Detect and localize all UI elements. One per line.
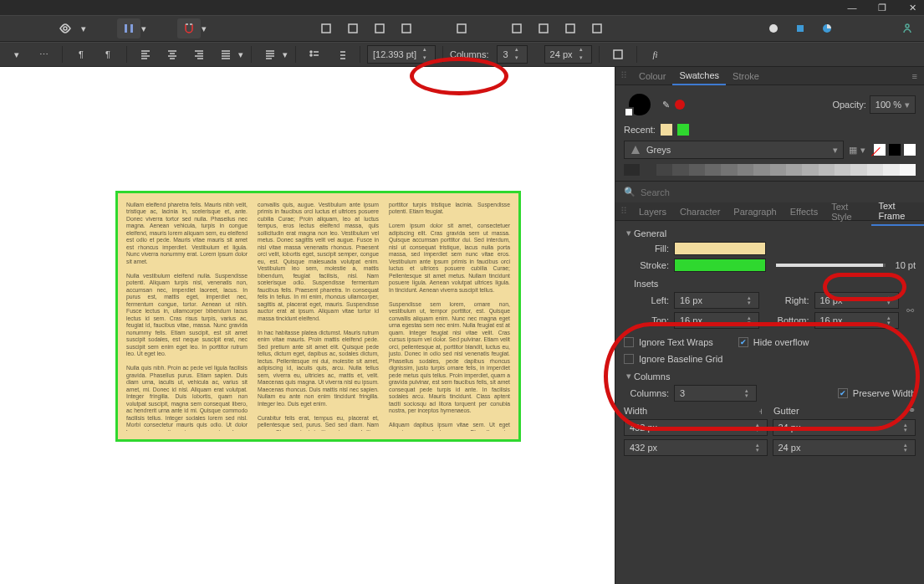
stepper-up[interactable]: ▴ — [420, 46, 430, 54]
bullet-list[interactable] — [303, 44, 326, 64]
persona-publisher[interactable] — [762, 18, 785, 38]
persona-designer[interactable] — [815, 18, 839, 38]
arrange-op-4[interactable] — [585, 18, 609, 38]
tab-stroke[interactable]: Stroke — [726, 68, 766, 85]
stepper-down[interactable]: ▾ — [420, 54, 430, 63]
grey-ramp[interactable] — [624, 164, 916, 176]
preserve-width-check[interactable]: ✔Preserve Width — [838, 388, 916, 398]
palette-grid-mode[interactable]: ▦ — [849, 145, 857, 156]
preview-mode-button[interactable] — [50, 18, 80, 38]
chevron-down-icon[interactable]: ▾ — [282, 46, 288, 63]
grip-icon[interactable]: ⠿ — [615, 70, 632, 81]
account-button[interactable] — [896, 18, 919, 38]
chevron-down-icon[interactable]: ▾ — [140, 20, 147, 37]
palette-options[interactable]: ▾ — [860, 145, 865, 156]
inset-top-field[interactable]: 16 px▴▾ — [674, 312, 759, 329]
tab-layers[interactable]: Layers — [632, 203, 673, 220]
leading-field[interactable]: [12.393 pt] ▴▾ — [367, 45, 436, 64]
inset-right-field[interactable]: 16 px▴▾ — [814, 292, 900, 309]
search-icon: 🔍 — [624, 187, 636, 197]
recent-swatch[interactable] — [677, 124, 689, 136]
inset-bottom-field[interactable]: 16 px▴▾ — [814, 312, 900, 329]
text-frame[interactable]: Nullam eleifend pharetra felis. Mauris n… — [115, 191, 521, 442]
snapping-button[interactable] — [177, 18, 201, 38]
stroke-color-well[interactable] — [674, 259, 766, 272]
stepper-up[interactable]: ▴ — [576, 46, 586, 54]
width-mode-icon[interactable]: ⫞ — [758, 406, 763, 416]
ignore-text-wraps-check[interactable]: Ignore Text Wraps — [624, 337, 713, 347]
maximize-button[interactable]: ❐ — [877, 3, 887, 13]
none-swatch[interactable] — [624, 107, 634, 117]
section-columns[interactable]: ▾Columns — [624, 371, 916, 382]
col-gutter-2[interactable]: 24 px▴▾ — [773, 439, 916, 456]
section-general[interactable]: ▾General — [624, 228, 916, 238]
col-width-2[interactable]: 432 px▴▾ — [624, 439, 768, 456]
insert-op-5[interactable] — [450, 18, 473, 38]
pilcrow-right[interactable]: ¶ — [96, 44, 120, 64]
link-insets-toggle[interactable]: ⚯ — [904, 305, 916, 316]
inset-left-field[interactable]: 16 px▴▾ — [674, 292, 759, 309]
chevron-down-icon[interactable]: ▾ — [905, 100, 910, 110]
tab-effects[interactable]: Effects — [784, 203, 824, 220]
opacity-field[interactable]: 100 % ▾ — [870, 95, 916, 114]
tab-character[interactable]: Character — [673, 203, 727, 220]
stepper-down[interactable]: ▾ — [576, 54, 586, 63]
arrange-op-2[interactable] — [532, 18, 555, 38]
pilcrow-left[interactable]: ¶ — [69, 44, 93, 64]
align-justify[interactable] — [214, 44, 237, 64]
align-center[interactable] — [161, 44, 184, 64]
stepper-up[interactable]: ▴ — [512, 46, 522, 54]
stepper-down[interactable]: ▾ — [512, 54, 522, 63]
col-gutter-1[interactable]: 24 px▴▾ — [773, 419, 916, 436]
right-panel: ⠿ Colour Swatches Stroke ≡ ✎ Opacity: 10… — [615, 67, 924, 584]
black-mode[interactable] — [889, 144, 901, 156]
text-flow-button[interactable] — [606, 44, 630, 64]
page[interactable]: Nullam eleifend pharetra felis. Mauris n… — [0, 67, 615, 584]
para-dropdown[interactable]: ▾ — [5, 44, 28, 64]
insert-op-1[interactable] — [314, 18, 338, 38]
number-list[interactable] — [329, 44, 353, 64]
arrange-op-1[interactable] — [505, 18, 528, 38]
canvas-area[interactable]: × 300 400 500 600 700 800 900 1000 1100 … — [0, 67, 615, 584]
insert-op-2[interactable] — [341, 18, 365, 38]
stroke-label: Stroke: — [624, 260, 669, 270]
align-right-icon — [193, 49, 205, 60]
chevron-down-icon[interactable]: ▾ — [237, 46, 244, 63]
gutter-link-icon[interactable]: ⚭ — [908, 405, 916, 416]
stroke-width-slider[interactable] — [776, 264, 886, 267]
thumbnail-icon — [320, 23, 332, 34]
recent-swatch[interactable] — [661, 124, 672, 136]
palette-selector[interactable]: Greys ▾ — [624, 141, 844, 159]
eyedropper-button[interactable]: ✎ — [662, 100, 670, 110]
columns-count-field[interactable]: 3▴▾ — [674, 385, 757, 402]
align-left[interactable] — [134, 44, 157, 64]
col-width-1[interactable]: 432 px▴▾ — [624, 419, 768, 436]
ignore-baseline-check[interactable]: Ignore Baseline Grid — [624, 354, 916, 364]
fill-color-well[interactable] — [674, 242, 766, 255]
gutter-field[interactable]: 24 px ▴▾ — [544, 45, 592, 64]
minimize-button[interactable]: — — [847, 3, 857, 13]
none-mode[interactable] — [874, 144, 886, 156]
more-1[interactable]: ⋯ — [32, 44, 55, 64]
insert-op-3[interactable] — [368, 18, 391, 38]
white-mode[interactable] — [904, 144, 916, 156]
tab-swatches[interactable]: Swatches — [672, 67, 726, 85]
insert-op-4[interactable] — [395, 18, 418, 38]
tab-colour[interactable]: Colour — [632, 68, 672, 85]
tab-paragraph[interactable]: Paragraph — [727, 203, 783, 220]
color-pick-swatch[interactable] — [675, 100, 685, 110]
justify-variant[interactable] — [258, 44, 282, 64]
close-button[interactable]: ✕ — [907, 3, 917, 13]
persona-photo[interactable] — [789, 18, 812, 38]
chevron-down-icon[interactable]: ▾ — [201, 20, 207, 37]
panel-menu-icon[interactable]: ≡ — [906, 71, 924, 81]
align-right[interactable] — [187, 44, 211, 64]
arrange-op-3[interactable] — [559, 18, 582, 38]
search-input[interactable] — [641, 187, 916, 197]
chevron-down-icon[interactable]: ▾ — [80, 20, 87, 37]
alignment-tool[interactable] — [117, 18, 140, 38]
columns-field[interactable]: 3 ▴▾ — [497, 45, 527, 64]
hide-overflow-check[interactable]: ✔Hide overflow — [738, 337, 809, 347]
grip-icon[interactable]: ⠿ — [615, 206, 632, 217]
ligature-button[interactable]: fi — [644, 44, 667, 64]
